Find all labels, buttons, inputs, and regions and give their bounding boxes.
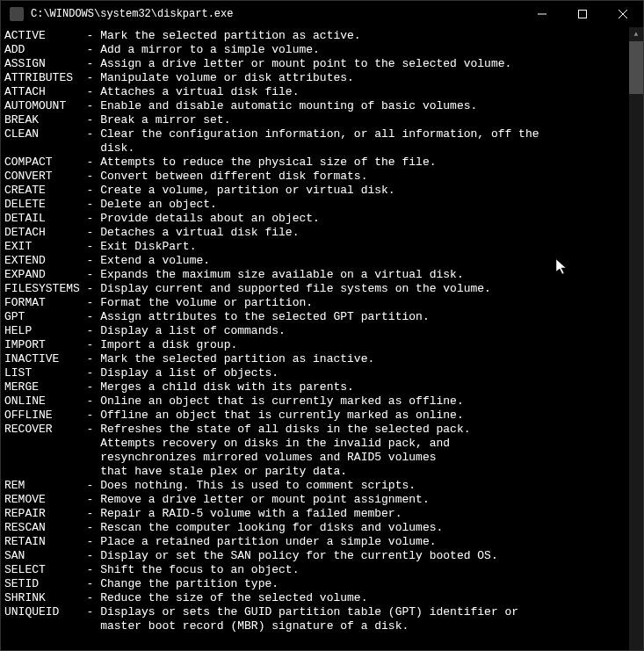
command-line: BREAK - Break a mirror set. (4, 113, 640, 127)
minimize-icon (538, 10, 546, 18)
command-line: LIST - Display a list of objects. (4, 366, 640, 380)
command-line: ATTRIBUTES - Manipulate volume or disk a… (4, 71, 640, 85)
command-line: RESCAN - Rescan the computer looking for… (4, 521, 640, 535)
maximize-button[interactable] (562, 1, 603, 27)
command-line: EXTEND - Extend a volume. (4, 254, 640, 268)
command-line: EXIT - Exit DiskPart. (4, 240, 640, 254)
command-line: REMOVE - Remove a drive letter or mount … (4, 493, 640, 507)
command-line: OFFLINE - Offline an object that is curr… (4, 409, 640, 423)
command-list: ACTIVE - Mark the selected partition as … (4, 29, 640, 633)
command-line: FILESYSTEMS - Display current and suppor… (4, 282, 640, 296)
command-line: RETAIN - Place a retained partition unde… (4, 535, 640, 549)
minimize-button[interactable] (522, 1, 562, 27)
command-line: REPAIR - Repair a RAID-5 volume with a f… (4, 507, 640, 521)
command-line: ATTACH - Attaches a virtual disk file. (4, 85, 640, 99)
command-line: EXPAND - Expands the maximum size availa… (4, 268, 640, 282)
command-line: DELETE - Delete an object. (4, 198, 640, 212)
command-line: AUTOMOUNT - Enable and disable automatic… (4, 99, 640, 113)
command-line: SHRINK - Reduce the size of the selected… (4, 591, 640, 605)
command-line: RECOVER - Refreshes the state of all dis… (4, 423, 640, 479)
close-button[interactable] (603, 1, 643, 27)
title-left: C:\WINDOWS\system32\diskpart.exe (10, 7, 233, 21)
scroll-thumb[interactable] (629, 41, 643, 94)
command-line: CLEAN - Clear the configuration informat… (4, 127, 640, 156)
command-line: SELECT - Shift the focus to an object. (4, 563, 640, 577)
command-line: FORMAT - Format the volume or partition. (4, 296, 640, 310)
command-line: DETAIL - Provide details about an object… (4, 212, 640, 226)
command-line: ONLINE - Online an object that is curren… (4, 394, 640, 409)
command-line: IMPORT - Import a disk group. (4, 338, 640, 352)
svg-rect-1 (579, 11, 587, 18)
command-line: COMPACT - Attempts to reduce the physica… (4, 156, 640, 170)
command-line: SETID - Change the partition type. (4, 577, 640, 591)
window-title: C:\WINDOWS\system32\diskpart.exe (31, 8, 233, 20)
command-line: MERGE - Merges a child disk with its par… (4, 380, 640, 394)
scrollbar-track[interactable]: ▲ (629, 27, 643, 650)
scroll-up-arrow[interactable]: ▲ (629, 27, 643, 41)
command-line: GPT - Assign attributes to the selected … (4, 310, 640, 324)
command-line: CREATE - Create a volume, partition or v… (4, 184, 640, 198)
command-line: UNIQUEID - Displays or sets the GUID par… (4, 605, 640, 633)
close-icon (619, 10, 627, 18)
command-line: INACTIVE - Mark the selected partition a… (4, 352, 640, 366)
window-frame: C:\WINDOWS\system32\diskpart.exe ACTIVE … (0, 0, 644, 651)
command-line: ASSIGN - Assign a drive letter or mount … (4, 57, 640, 71)
command-line: ACTIVE - Mark the selected partition as … (4, 29, 640, 43)
command-line: REM - Does nothing. This is used to comm… (4, 479, 640, 493)
app-icon (10, 7, 24, 21)
command-line: CONVERT - Convert between different disk… (4, 170, 640, 184)
maximize-icon (578, 10, 587, 18)
terminal-output[interactable]: ACTIVE - Mark the selected partition as … (1, 27, 643, 650)
command-line: SAN - Display or set the SAN policy for … (4, 549, 640, 563)
command-line: HELP - Display a list of commands. (4, 324, 640, 338)
titlebar[interactable]: C:\WINDOWS\system32\diskpart.exe (1, 1, 643, 27)
command-line: DETACH - Detaches a virtual disk file. (4, 226, 640, 240)
command-line: ADD - Add a mirror to a simple volume. (4, 43, 640, 57)
window-controls (522, 1, 643, 27)
